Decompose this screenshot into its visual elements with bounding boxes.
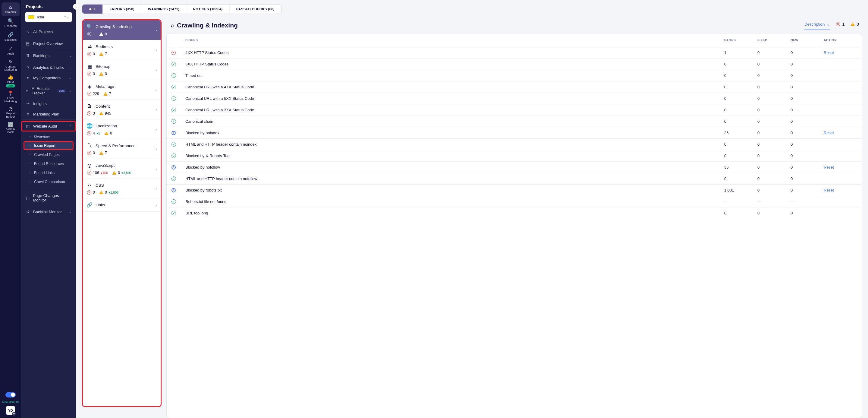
- category-links[interactable]: 🔗Links ›: [83, 199, 161, 212]
- cell-pages: 0: [724, 62, 757, 66]
- chevron-right-icon: ›: [156, 186, 157, 191]
- tab-passed[interactable]: PASSED CHECKS (68): [230, 4, 281, 13]
- category-meta-tags[interactable]: ◈Meta Tags 229 7 ›: [83, 80, 161, 100]
- cell-new: 0: [790, 188, 824, 192]
- rail-local[interactable]: 📍 LocalMarketing: [1, 89, 20, 104]
- category-list: 🔍Crawling & Indexing 1 0 ›⇄Redirects 0 7…: [82, 19, 161, 407]
- sidebar-collapse-button[interactable]: ‹: [73, 4, 79, 10]
- cell-new: 0: [790, 108, 824, 112]
- issue-row[interactable]: 4XX HTTP Status Codes 1 0 0 Reset: [167, 47, 862, 59]
- rail-audit[interactable]: ✓ Audit: [1, 44, 20, 58]
- issue-row[interactable]: Canonical URL with a 5XX Status Code 0 0…: [167, 93, 862, 104]
- search-icon: ⌕: [170, 22, 174, 29]
- reset-link[interactable]: Reset: [824, 130, 834, 135]
- tab-errors[interactable]: ERRORS (350): [103, 4, 141, 13]
- rail-research[interactable]: 🔍 Research: [1, 16, 20, 30]
- warning-icon: [99, 151, 103, 155]
- category-javascript[interactable]: ◎JavaScript 106 ▴106 0 ▾3,597 ›: [83, 159, 161, 179]
- sidebar-title: Projects: [21, 0, 76, 12]
- sidebar-sub-overview[interactable]: Overview: [21, 132, 76, 141]
- chevron-right-icon: ›: [156, 67, 157, 72]
- reset-link[interactable]: Reset: [824, 165, 834, 170]
- sidebar-item-ai-results-tracker[interactable]: ⟡ AI Results Tracker Beta ⌄: [21, 83, 76, 98]
- issue-row[interactable]: Canonical URL with a 3XX Status Code 0 0…: [167, 104, 862, 116]
- issue-name: 5XX HTTP Status Codes: [185, 62, 724, 66]
- category-speed-performance[interactable]: 〽Speed & Performance 0 7 ›: [83, 139, 161, 159]
- issue-row[interactable]: URL too long 0 0 0: [167, 208, 862, 219]
- reset-link[interactable]: Reset: [824, 188, 834, 192]
- check-icon: [172, 108, 176, 112]
- category-crawling-indexing[interactable]: 🔍Crawling & Indexing 1 0 ›: [83, 20, 161, 40]
- sidebar-item-insights[interactable]: 〰 Insights: [21, 98, 76, 109]
- warning-icon: [103, 92, 107, 96]
- issue-row[interactable]: HTML and HTTP header contain nofollow 0 …: [167, 173, 862, 185]
- projects-icon: ⌂: [9, 4, 12, 10]
- rail-content[interactable]: ✎ ContentMarketing: [1, 58, 20, 73]
- category-localization[interactable]: 🌐Localization 4 ▾1 0 ›: [83, 119, 161, 139]
- audit-icon: ✓: [9, 46, 13, 52]
- cell-pages: —: [724, 199, 757, 204]
- sidebar-item-rankings[interactable]: ⇅ Rankings ⌄: [21, 50, 76, 61]
- reset-link[interactable]: Reset: [824, 50, 834, 55]
- issue-row[interactable]: Blocked by robots.txt 1,031 0 0 Reset: [167, 185, 862, 196]
- beta-badge: Beta: [6, 84, 14, 87]
- mode-description[interactable]: Description ⌄: [804, 22, 830, 30]
- sidebar-sub-found-resources[interactable]: Found Resources: [21, 159, 76, 168]
- issue-row[interactable]: Canonical chain 0 0 0: [167, 116, 862, 127]
- cell-pages: 1: [724, 50, 757, 55]
- sidebar-item-project-overview[interactable]: ▤ Project Overview: [21, 38, 76, 49]
- cell-fixed: —: [757, 199, 790, 204]
- col-action: ACTION: [824, 38, 857, 42]
- issue-row[interactable]: Timed out 0 0 0: [167, 70, 862, 82]
- check-icon: [172, 119, 176, 124]
- smm-icon: 👍: [7, 74, 13, 80]
- sidebar-sub-issue-report[interactable]: Issue Report: [24, 141, 73, 150]
- sidebar-item-marketing-plan[interactable]: ↯ Marketing Plan: [21, 109, 76, 119]
- category-redirects[interactable]: ⇄Redirects 0 7 ›: [83, 40, 161, 60]
- sidebar-sub-crawled-pages[interactable]: Crawled Pages: [21, 150, 76, 159]
- cell-fixed: 0: [757, 108, 790, 112]
- col-pages: PAGES: [724, 38, 757, 42]
- sidebar-item-all-projects[interactable]: ⌂ All Projects: [21, 27, 76, 37]
- issue-row[interactable]: 5XX HTTP Status Codes 0 0 0: [167, 59, 862, 70]
- ikea-logo-icon: [28, 15, 34, 19]
- rail-smm[interactable]: 👍 SMM Beta: [1, 73, 20, 89]
- error-icon: [87, 52, 91, 56]
- nav-rail: ⌂ Projects 🔍 Research 🔗 Backlinks ✓ Audi…: [0, 0, 21, 418]
- sidebar-item-analytics-traffic[interactable]: 〽 Analytics & Traffic ⌄: [21, 62, 76, 73]
- sidebar-item-my-competitors[interactable]: ✦ My Competitors ⌄: [21, 73, 76, 83]
- issue-row[interactable]: Canonical URL with a 4XX Status Code 0 0…: [167, 82, 862, 93]
- project-selector[interactable]: Ikea ⌃⌄: [25, 12, 72, 22]
- issue-row[interactable]: Blocked by noindex 36 0 0 Reset: [167, 127, 862, 139]
- tab-warnings[interactable]: WARNINGS (1471): [141, 4, 186, 13]
- tab-notices[interactable]: NOTICES (10364): [186, 4, 229, 13]
- sidebar-sub-crawl-comparison[interactable]: Crawl Comparison: [21, 177, 76, 186]
- issue-row[interactable]: Robots.txt file not found — — —: [167, 196, 862, 208]
- sidebar-item-website-audit[interactable]: ◫ Website Audit ⌄: [21, 121, 76, 131]
- new-menu-toggle[interactable]: [5, 392, 16, 397]
- chevron-down-icon: ⌄: [69, 89, 72, 93]
- cell-new: 0: [790, 153, 824, 158]
- rail-agency[interactable]: 🏢 AgencyPack: [1, 120, 20, 136]
- cell-fixed: 0: [757, 142, 790, 147]
- rail-report[interactable]: ◔ ReportBuilder: [1, 104, 20, 120]
- rail-backlinks[interactable]: 🔗 Backlinks: [1, 30, 20, 44]
- category-css[interactable]: ‹›CSS 0 0 ▾1,808 ›: [83, 179, 161, 199]
- sidebar-item-backlink-monitor[interactable]: ↺ Backlink Monitor ⌄: [21, 207, 76, 217]
- col-fixed: FIXED: [757, 38, 790, 42]
- sidebar-sub-found-links[interactable]: Found Links: [21, 168, 76, 177]
- sidebar-item-page-changes-monitor[interactable]: ▢ Page Changes Monitor: [21, 190, 76, 205]
- category-sitemap[interactable]: ▦Sitemap 0 0 ›: [83, 60, 161, 80]
- cell-pages: 0: [724, 176, 757, 181]
- tab-all[interactable]: ALL: [82, 4, 103, 13]
- rail-projects[interactable]: ⌂ Projects: [1, 2, 20, 16]
- category-content[interactable]: 🗎Content 3 945 ›: [83, 100, 161, 119]
- issue-row[interactable]: Blocked by X-Robots-Tag 0 0 0: [167, 150, 862, 162]
- issue-row[interactable]: HTML and HTTP header contain noindex 0 0…: [167, 139, 862, 150]
- filter-tabs: ALLERRORS (350)WARNINGS (1471)NOTICES (1…: [82, 4, 281, 14]
- cell-fixed: 0: [757, 73, 790, 78]
- chevron-right-icon: ›: [156, 203, 157, 208]
- issue-row[interactable]: Blocked by nofollow 36 0 0 Reset: [167, 162, 862, 173]
- info-icon: [172, 188, 176, 192]
- user-avatar[interactable]: YD ⚙: [6, 406, 15, 415]
